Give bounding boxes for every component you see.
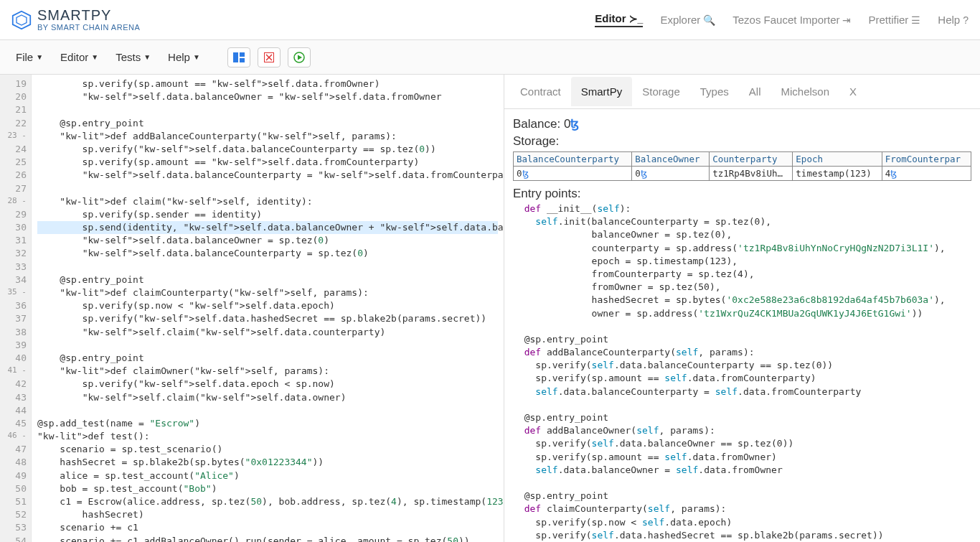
help-icon: ? <box>963 14 969 26</box>
svg-marker-0 <box>13 11 31 29</box>
nav-prettifier[interactable]: Prettifier ☰ <box>868 14 920 26</box>
clear-button[interactable] <box>258 47 281 67</box>
table-row: 0ꜩ0ꜩtz1Rp4Bv8iUh…timestamp(123)4ꜩ <box>514 167 971 181</box>
tab-types[interactable]: Types <box>690 77 739 106</box>
menu-help[interactable]: Help▼ <box>161 47 207 67</box>
entry-points-label: Entry points: <box>513 187 971 201</box>
logo-title: SMARTPY <box>37 8 140 22</box>
entry-points-code: def __init__(self): self.init(balanceCou… <box>513 202 971 542</box>
svg-rect-4 <box>240 58 245 62</box>
logo[interactable]: SMARTPY BY SMART CHAIN ARENA <box>11 8 140 32</box>
tab-michelson[interactable]: Michelson <box>771 77 839 106</box>
chevron-down-icon: ▼ <box>143 53 151 61</box>
tab-smartpy[interactable]: SmartPy <box>571 77 633 106</box>
logo-subtitle: BY SMART CHAIN ARENA <box>37 24 140 32</box>
editor-pane[interactable]: 1920212223 -2425262728 -29303132333435 -… <box>0 75 504 542</box>
svg-rect-3 <box>240 52 245 57</box>
header: SMARTPY BY SMART CHAIN ARENA Editor ≻_ E… <box>0 0 980 40</box>
tab-storage[interactable]: Storage <box>632 77 690 106</box>
chevron-down-icon: ▼ <box>36 53 43 61</box>
menu-file[interactable]: File▼ <box>9 47 50 67</box>
panels-icon <box>233 52 245 62</box>
menu-tests[interactable]: Tests▼ <box>108 47 158 67</box>
tezos-icon: ꜩ <box>570 117 579 131</box>
main: 1920212223 -2425262728 -29303132333435 -… <box>0 75 980 542</box>
prompt-icon: ≻_ <box>629 13 644 24</box>
table-header-row: BalanceCounterpartyBalanceOwnerCounterpa… <box>514 152 971 167</box>
editor-gutter: 1920212223 -2425262728 -29303132333435 -… <box>0 75 32 542</box>
smartpy-logo-icon <box>11 10 32 30</box>
nav-help[interactable]: Help ? <box>938 14 969 26</box>
chevron-down-icon: ▼ <box>193 53 200 61</box>
nav-faucet[interactable]: Tezos Faucet Importer ⇥ <box>732 14 851 26</box>
search-icon: 🔍 <box>703 14 715 26</box>
balance-line: Balance: 0ꜩ <box>513 116 971 131</box>
play-icon <box>293 52 305 63</box>
output-body: Balance: 0ꜩ Storage: BalanceCounterparty… <box>504 109 980 542</box>
menu-editor[interactable]: Editor▼ <box>53 47 105 67</box>
import-icon: ⇥ <box>842 14 851 26</box>
nav-editor[interactable]: Editor ≻_ <box>595 12 643 27</box>
list-icon: ☰ <box>911 14 920 26</box>
close-square-icon <box>264 52 274 62</box>
chevron-down-icon: ▼ <box>91 53 98 61</box>
top-nav: Editor ≻_ Explorer 🔍 Tezos Faucet Import… <box>595 12 969 27</box>
editor-code[interactable]: sp.verify(sp.amount == "kw-self">self.da… <box>32 75 504 542</box>
toolbar: File▼ Editor▼ Tests▼ Help▼ <box>0 40 980 75</box>
output-tabs: Contract SmartPy Storage Types All Miche… <box>504 75 980 109</box>
storage-label: Storage: <box>513 134 971 149</box>
tab-close[interactable]: X <box>839 77 867 106</box>
svg-marker-9 <box>298 55 302 60</box>
svg-marker-1 <box>17 15 27 25</box>
output-pane: Contract SmartPy Storage Types All Miche… <box>504 75 980 542</box>
storage-table: BalanceCounterpartyBalanceOwnerCounterpa… <box>513 151 971 181</box>
nav-explorer[interactable]: Explorer 🔍 <box>660 14 715 26</box>
svg-rect-2 <box>233 52 238 62</box>
tab-contract[interactable]: Contract <box>510 77 571 106</box>
run-button[interactable] <box>288 47 311 67</box>
tab-all[interactable]: All <box>739 77 771 106</box>
layout-button[interactable] <box>227 47 250 67</box>
